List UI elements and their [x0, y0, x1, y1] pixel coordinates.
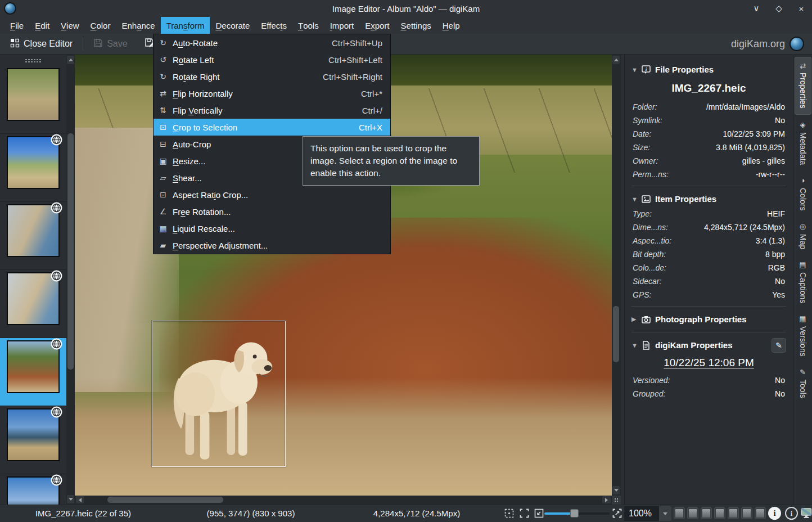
scroll-up-icon[interactable]	[67, 56, 74, 64]
close-icon[interactable]: ×	[796, 4, 806, 14]
menu-edit[interactable]: Edit	[29, 17, 55, 34]
section-divider	[631, 332, 786, 332]
resize-icon: ▣	[154, 156, 173, 165]
item-properties-header[interactable]: ▼ Item Properties	[631, 191, 786, 207]
section-divider	[631, 186, 786, 186]
thumbnail-dog-canal[interactable]	[0, 202, 66, 270]
canvas-vertical-scrollbar[interactable]	[612, 55, 621, 496]
canvas-hscroll-thumb[interactable]	[107, 497, 223, 503]
thumbbar-grip[interactable]	[0, 55, 66, 66]
tab-label: Versions	[799, 326, 808, 357]
menu-export[interactable]: Export	[359, 17, 395, 34]
menu-item-rotate-right[interactable]: ↻ Rotate Right Ctrl+Shift+Right	[154, 68, 390, 85]
file-properties-header[interactable]: ▼ i File Properties	[631, 61, 786, 78]
menu-view[interactable]: View	[55, 17, 85, 34]
zoom-slider-handle[interactable]	[570, 509, 579, 518]
fit-to-selection-icon[interactable]	[534, 508, 544, 519]
menu-help[interactable]: Help	[437, 17, 466, 34]
property-label: Grouped:	[633, 388, 665, 399]
menu-item-flip-vertically[interactable]: ⇅ Flip Vertically Ctrl+/	[154, 102, 390, 119]
menu-item-label: Crop to Selection	[173, 123, 359, 132]
toolbar-separator	[83, 38, 83, 50]
scroll-down-icon[interactable]	[67, 495, 74, 503]
auto-crop-icon: ⊟	[154, 140, 173, 148]
tab-versions[interactable]: ▦ Versions	[795, 309, 811, 362]
menu-item-liquid-rescale[interactable]: ▦ Liquid Rescale...	[154, 220, 390, 237]
close-editor-button[interactable]: Close Editor	[6, 35, 77, 52]
tab-colors[interactable]: ◑ Colors	[795, 170, 811, 216]
thumbnail-dog-canal-2[interactable]	[0, 270, 66, 338]
tab-map[interactable]: ◎ Map	[795, 217, 811, 255]
property-row: Date:10/22/25 3:09 PM	[631, 127, 786, 141]
thumbnail-dog-beach-2[interactable]	[0, 474, 66, 505]
tab-tools[interactable]: ✎ Tools	[795, 362, 811, 404]
thumbbar-scrollbar-thumb[interactable]	[67, 133, 74, 370]
scroll-left-icon[interactable]	[76, 496, 84, 503]
minimize-icon[interactable]: ∨	[751, 3, 761, 14]
menu-transform[interactable]: Transform	[161, 17, 210, 34]
gps-badge-icon	[51, 474, 62, 486]
menu-decorate[interactable]: Decorate	[210, 17, 255, 34]
menu-item-label: Liquid Rescale...	[173, 224, 382, 233]
thumbnail-dog-beach[interactable]	[0, 406, 66, 474]
menu-file[interactable]: File	[4, 17, 29, 34]
preview-mode-button[interactable]	[687, 507, 698, 519]
canvas-vscroll-thumb[interactable]	[613, 306, 619, 362]
menu-item-free-rotation[interactable]: ∠ Free Rotation...	[154, 203, 390, 220]
menu-item-perspective-adjustment[interactable]: ▰ Perspective Adjustment...	[154, 237, 390, 254]
photograph-properties-header[interactable]: ▶ Photograph Properties	[631, 311, 786, 327]
menu-item-aspect-ratio-crop[interactable]: ⊡ Aspect Ratio Crop...	[154, 186, 390, 203]
digikam-date-link[interactable]: 10/22/25 12:06 PM	[631, 357, 786, 369]
zoom-value-field[interactable]: 100%	[624, 506, 659, 521]
pan-tool-button[interactable]	[612, 496, 621, 505]
scroll-right-icon[interactable]	[602, 496, 611, 503]
menu-import[interactable]: Import	[324, 17, 360, 34]
menu-enhance[interactable]: Enhance	[116, 17, 160, 34]
zoom-dropdown-button[interactable]	[659, 506, 671, 521]
menu-item-label: Auto-Rotate	[173, 38, 332, 48]
maximize-icon[interactable]: ◇	[774, 3, 784, 14]
thumbnail-dog-sitting[interactable]	[0, 66, 66, 134]
menu-color[interactable]: Color	[85, 17, 116, 34]
info-filled-button[interactable]: i	[768, 507, 781, 520]
thumbnail-dog-sky[interactable]	[0, 134, 66, 202]
selection-rectangle[interactable]	[152, 321, 286, 467]
zoom-slider-fill	[544, 512, 574, 515]
menu-effects[interactable]: Effects	[255, 17, 292, 34]
save-button[interactable]: Save	[89, 35, 132, 52]
fit-to-window-icon[interactable]	[519, 508, 530, 519]
edit-properties-button[interactable]: ✎	[772, 338, 786, 353]
collapse-caret-icon: ▼	[631, 196, 637, 202]
tab-properties[interactable]: ⇅ Properties	[795, 57, 811, 115]
menu-item-flip-horizontally[interactable]: ⇄ Flip Horizontally Ctrl+*	[154, 85, 390, 102]
menu-item-auto-rotate[interactable]: ↻ Auto-Rotate Ctrl+Shift+Up	[154, 34, 390, 51]
canvas-horizontal-scrollbar[interactable]	[75, 496, 612, 505]
gps-badge-icon	[51, 202, 62, 214]
menu-item-rotate-left[interactable]: ↺ Rotate Left Ctrl+Shift+Left	[154, 51, 390, 68]
thumbnail-image	[7, 68, 60, 121]
menu-item-label: Flip Vertically	[173, 106, 362, 115]
scroll-down-icon[interactable]	[612, 486, 620, 494]
preview-mode-button[interactable]	[674, 507, 685, 519]
scroll-up-icon[interactable]	[612, 56, 620, 64]
thumbnail-current[interactable]	[0, 338, 66, 406]
preview-mode-button[interactable]	[728, 507, 739, 519]
property-row: GPS:Yes	[631, 288, 786, 302]
preview-mode-button[interactable]	[755, 507, 766, 519]
tab-metadata[interactable]: ◈ Metadata	[795, 115, 811, 170]
digikam-properties-header[interactable]: ▼ digiKam Properties ✎	[631, 337, 786, 353]
color-managed-view-button[interactable]	[801, 507, 812, 519]
thumbbar-scrollbar[interactable]	[66, 55, 75, 505]
zoom-to-selection-icon[interactable]	[504, 508, 515, 519]
zoom-slider[interactable]	[544, 512, 610, 515]
preview-mode-button[interactable]	[714, 507, 725, 519]
menu-item-crop-to-selection[interactable]: ⊡ Crop to Selection Ctrl+X	[154, 119, 390, 136]
zoom-full-icon[interactable]	[612, 508, 622, 519]
preview-mode-button[interactable]	[741, 507, 752, 519]
menu-tools[interactable]: Tools	[292, 17, 324, 34]
info-outline-button[interactable]: i	[785, 507, 798, 520]
titlebar[interactable]: Image Editor - Album "Aldo" — digiKam ∨ …	[0, 0, 812, 17]
preview-mode-button[interactable]	[701, 507, 712, 519]
tab-captions[interactable]: ▤ Captions	[795, 255, 811, 309]
menu-settings[interactable]: Settings	[395, 17, 437, 34]
